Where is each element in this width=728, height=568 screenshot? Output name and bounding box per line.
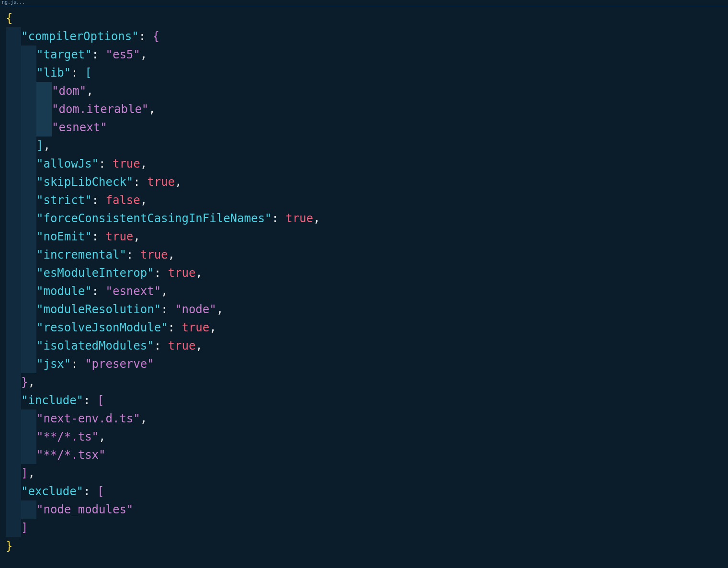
token-punct: , (28, 375, 34, 389)
token-brace-c: [ (85, 66, 91, 80)
token-punct: , (175, 175, 182, 189)
code-line[interactable]: "**/*.ts", (6, 428, 728, 446)
token-key: "exclude" (21, 485, 83, 498)
code-line[interactable]: "include": [ (6, 391, 728, 409)
code-line[interactable]: ] (6, 519, 728, 537)
code-text: "target": "es5", (6, 48, 147, 61)
token-punct: : (92, 230, 106, 243)
token-key: "strict" (36, 193, 92, 207)
token-bool: false (106, 193, 140, 207)
token-key: "lib" (36, 66, 71, 80)
token-punct: : (139, 30, 153, 43)
code-line[interactable]: "dom.iterable", (6, 100, 728, 118)
token-punct: , (140, 193, 147, 207)
token-key: "incremental" (36, 248, 126, 261)
code-line[interactable]: "moduleResolution": "node", (6, 300, 728, 318)
token-key: "include" (21, 394, 83, 407)
token-str: "dom.iterable" (52, 102, 148, 116)
code-line[interactable]: "skipLibCheck": true, (6, 173, 728, 191)
code-line[interactable]: "target": "es5", (6, 45, 728, 64)
code-line[interactable]: "**/*.tsx" (6, 446, 728, 464)
code-text: { (6, 11, 12, 25)
token-punct: : (99, 157, 113, 170)
token-str: "**/*.tsx" (36, 448, 106, 462)
code-text: "esnext" (6, 121, 107, 134)
code-line[interactable]: "allowJs": true, (6, 155, 728, 173)
token-punct: , (43, 139, 50, 152)
code-text: }, (6, 375, 35, 389)
token-key: "allowJs" (36, 157, 99, 170)
token-str: "dom" (52, 84, 86, 98)
token-bool: true (106, 230, 134, 243)
code-text: "next-env.d.ts", (6, 412, 147, 425)
code-line[interactable]: { (6, 9, 728, 27)
token-key: "skipLibCheck" (36, 175, 133, 189)
code-editor[interactable]: {"compilerOptions": {"target": "es5","li… (0, 6, 728, 555)
token-punct: : (71, 66, 85, 80)
code-line[interactable]: "resolveJsonModule": true, (6, 318, 728, 337)
code-line[interactable]: "isolatedModules": true, (6, 337, 728, 355)
filename-fragment: ng.js... (2, 0, 25, 5)
code-line[interactable]: }, (6, 373, 728, 391)
code-text: "skipLibCheck": true, (6, 175, 182, 189)
token-punct: : (92, 284, 106, 298)
code-text: "allowJs": true, (6, 157, 147, 170)
code-text: "dom", (6, 84, 93, 98)
code-line[interactable]: "module": "esnext", (6, 282, 728, 300)
code-text: "exclude": [ (6, 485, 104, 498)
token-punct: , (140, 412, 147, 425)
code-line[interactable]: "noEmit": true, (6, 227, 728, 246)
token-punct: , (148, 102, 155, 116)
token-punct: : (92, 48, 106, 61)
token-key: "moduleResolution" (36, 303, 161, 316)
token-str: "node" (175, 303, 216, 316)
code-text: "dom.iterable", (6, 102, 156, 116)
token-punct: : (272, 212, 285, 225)
token-key: "resolveJsonModule" (36, 321, 168, 334)
token-bool: true (168, 266, 196, 280)
code-text: ], (6, 466, 35, 480)
code-line[interactable]: ], (6, 136, 728, 155)
code-text: "forceConsistentCasingInFileNames": true… (6, 212, 320, 225)
code-line[interactable]: } (6, 537, 728, 555)
token-brace-m: } (21, 375, 28, 389)
code-line[interactable]: ], (6, 464, 728, 482)
token-brace-m: [ (97, 394, 104, 407)
code-line[interactable]: "strict": false, (6, 191, 728, 209)
token-str: "node_modules" (36, 503, 133, 516)
token-brace-y: { (6, 11, 12, 25)
token-bool: true (285, 212, 313, 225)
code-text: "isolatedModules": true, (6, 339, 203, 352)
code-line[interactable]: "jsx": "preserve" (6, 355, 728, 373)
token-punct: , (28, 466, 34, 480)
token-bool: true (113, 157, 140, 170)
code-line[interactable]: "exclude": [ (6, 482, 728, 500)
token-punct: : (161, 303, 175, 316)
code-text: "include": [ (6, 394, 104, 407)
code-line[interactable]: "next-env.d.ts", (6, 409, 728, 428)
token-punct: : (71, 357, 85, 371)
token-bool: true (147, 175, 175, 189)
token-key: "esModuleInterop" (36, 266, 154, 280)
token-str: "next-env.d.ts" (36, 412, 140, 425)
code-line[interactable]: "compilerOptions": { (6, 27, 728, 45)
code-text: "node_modules" (6, 503, 133, 516)
code-line[interactable]: "lib": [ (6, 64, 728, 82)
code-text: "noEmit": true, (6, 230, 140, 243)
token-brace-m: ] (21, 521, 28, 534)
code-line[interactable]: "esnext" (6, 118, 728, 136)
token-key: "isolatedModules" (36, 339, 154, 352)
code-line[interactable]: "forceConsistentCasingInFileNames": true… (6, 209, 728, 227)
code-text: "compilerOptions": { (6, 30, 159, 43)
token-punct: , (133, 230, 140, 243)
code-line[interactable]: "dom", (6, 82, 728, 100)
code-line[interactable]: "node_modules" (6, 500, 728, 519)
token-punct: : (154, 266, 168, 280)
token-punct: , (140, 157, 147, 170)
token-key: "compilerOptions" (21, 30, 139, 43)
code-line[interactable]: "incremental": true, (6, 246, 728, 264)
token-key: "module" (36, 284, 92, 298)
code-line[interactable]: "esModuleInterop": true, (6, 264, 728, 282)
token-brace-m: ] (21, 466, 28, 480)
token-punct: , (313, 212, 320, 225)
